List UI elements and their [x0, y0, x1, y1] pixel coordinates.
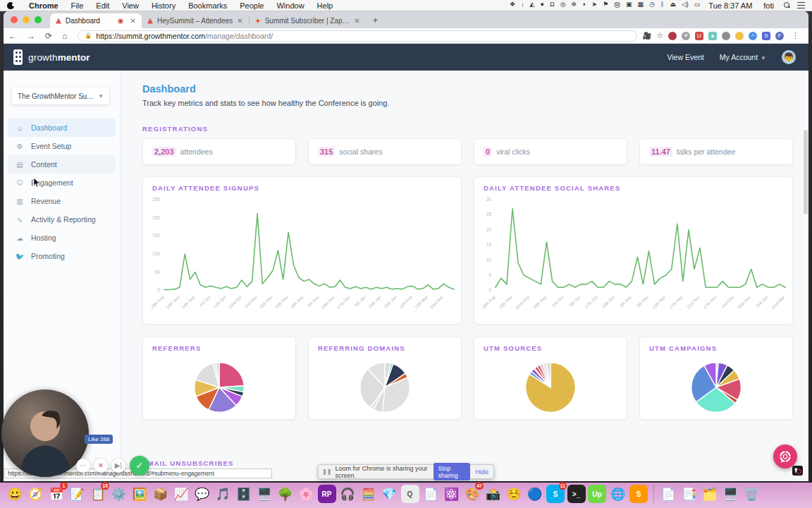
dock-messages[interactable]: 💬 — [193, 485, 211, 503]
forward-button[interactable]: → — [22, 31, 40, 41]
volume-icon[interactable]: ◁) — [679, 1, 691, 10]
recording-finish-button[interactable]: ✓ — [130, 456, 149, 476]
scrollbar-thumb[interactable] — [804, 130, 808, 214]
my-account-menu[interactable]: My Account▼ — [720, 53, 766, 61]
view-event-link[interactable]: View Event — [667, 53, 703, 61]
menu-item-bookmarks[interactable]: Bookmarks — [182, 1, 233, 10]
media-camera-icon[interactable]: 🎥 — [643, 32, 651, 40]
tab-close-button[interactable]: ✕ — [130, 17, 136, 25]
stop-sharing-button[interactable]: Stop sharing — [433, 463, 471, 480]
dock-reminders[interactable]: 📋15 — [89, 485, 107, 503]
close-window-button[interactable] — [11, 16, 18, 23]
dock-activity-monitor[interactable]: 📈 — [172, 485, 190, 503]
sidebar-item-event-setup[interactable]: ⚙Event Setup — [8, 137, 116, 155]
menubar-user[interactable]: foti — [758, 1, 780, 10]
window-controls[interactable] — [11, 16, 42, 23]
address-field[interactable]: 🔒 https://summit.growthmentor.com /manag… — [78, 30, 636, 42]
bookmark-star-icon[interactable]: ☆ — [656, 31, 663, 40]
tab-3[interactable]: Summit Subscriber | Zapier✕ — [250, 13, 366, 28]
avatar[interactable]: 👦 — [782, 50, 796, 64]
window-icon[interactable]: ▣ — [623, 1, 635, 10]
ext-red-circle[interactable] — [668, 32, 677, 40]
dock-sublime-text[interactable]: S — [629, 485, 648, 503]
ext-unsplash[interactable]: U — [695, 32, 703, 40]
dock-system-preferences[interactable]: ⚙️ — [110, 485, 128, 503]
notification-center-icon[interactable] — [797, 2, 805, 8]
event-selector[interactable]: The GrowthMentor Su... ▼ — [12, 87, 109, 104]
menu-item-history[interactable]: History — [145, 1, 182, 10]
menu-item-window[interactable]: Window — [270, 1, 310, 10]
dock-calculator[interactable]: 🧮 — [359, 485, 378, 503]
ext-up-circle[interactable]: ^ — [749, 32, 757, 40]
dock-doc-stack-2[interactable]: 📑 — [680, 485, 699, 503]
sidebar-item-hosting[interactable]: ☁Hosting — [8, 229, 116, 247]
dock-photo-tool[interactable]: 🖼️ — [130, 485, 149, 503]
dock-quicktime[interactable]: Q — [401, 485, 419, 503]
dock-trash[interactable]: 🗑️ — [742, 485, 761, 503]
menubar-clock[interactable]: Tue 8:37 AM — [703, 1, 758, 10]
back-button[interactable]: ← — [4, 31, 22, 41]
menu-item-edit[interactable]: Edit — [90, 1, 116, 10]
sidebar-item-content[interactable]: ▤Content — [8, 155, 116, 174]
dock-science-app[interactable]: ⚛️ — [443, 485, 461, 503]
menu-item-file[interactable]: File — [65, 1, 90, 10]
battery-icon[interactable]: ▭ — [691, 1, 703, 10]
ext-loom[interactable] — [735, 32, 744, 40]
menu-item-view[interactable]: View — [116, 1, 145, 10]
dock-slack[interactable]: 🎨47 — [463, 485, 481, 503]
bluetooth-icon[interactable]: ᛒ — [658, 1, 667, 10]
dock-chrome[interactable]: 🌐 — [609, 485, 627, 503]
dock-sketch[interactable]: 💎 — [380, 485, 398, 503]
profile-avatar[interactable]: F — [775, 32, 784, 40]
dock-smiley-app[interactable]: ☺️ — [505, 485, 523, 503]
dock-mindnode[interactable]: 🌳 — [276, 485, 295, 503]
recording-cancel-button[interactable]: ✕ — [94, 459, 108, 473]
recording-skip-button[interactable]: ▶| — [111, 459, 125, 473]
ext-teal-box[interactable]: ▲ — [708, 32, 717, 40]
paw-icon[interactable]: ✲ — [568, 1, 579, 10]
dropbox-icon[interactable]: ❖ — [507, 1, 518, 10]
zoom-window-button[interactable] — [35, 16, 42, 23]
chrome-menu-icon[interactable]: ⋮ — [789, 31, 803, 40]
menu-item-people[interactable]: People — [233, 1, 270, 10]
airdrop-icon[interactable]: ◭ — [527, 1, 538, 10]
dock-doc-stack-1[interactable]: 📄 — [659, 485, 677, 503]
drag-handle-icon[interactable]: ❚❚ — [322, 468, 331, 475]
timer-icon[interactable]: ◷ — [646, 1, 658, 10]
apple-menu-icon[interactable] — [7, 2, 14, 9]
sidebar-item-engagement[interactable]: 🗨Engagement — [8, 174, 116, 192]
dock-preview[interactable]: 🖥️ — [255, 485, 273, 503]
dock-installer[interactable]: 📦 — [152, 485, 170, 503]
tab-close-button[interactable]: ✕ — [354, 17, 359, 25]
dock-skype[interactable]: S11 — [546, 485, 565, 503]
flag-icon[interactable]: ⚑ — [600, 1, 611, 10]
dock-safari[interactable]: 🧭 — [27, 485, 45, 503]
hide-button[interactable]: Hide — [475, 468, 488, 476]
growthmentor-logo[interactable]: growthmentor — [13, 49, 90, 65]
sidebar-item-activity-reporting[interactable]: ∿Activity & Reporting — [8, 210, 116, 229]
sidebar-item-dashboard[interactable]: ⌂Dashboard — [8, 119, 116, 137]
dock-display-prefs[interactable]: 🖥️ — [722, 485, 740, 503]
dock-photos[interactable]: 🌸 — [297, 485, 315, 503]
dock-screenshot-app[interactable]: 📸 — [484, 485, 503, 503]
dock-teamviewer[interactable]: 🔵 — [526, 485, 544, 503]
dock-notes[interactable]: 📝 — [68, 485, 87, 503]
dock-rp-app[interactable]: RP — [318, 485, 336, 503]
spotlight-icon[interactable] — [784, 2, 790, 8]
scrollbar[interactable] — [803, 130, 808, 481]
dock-terminal[interactable]: >_ — [567, 485, 586, 503]
minimize-window-button[interactable] — [23, 16, 30, 23]
home-button[interactable]: ⌂ — [57, 31, 72, 41]
dock-textedit[interactable]: 📄 — [422, 485, 440, 503]
sidebar-item-revenue[interactable]: ▥Revenue — [8, 192, 116, 210]
new-tab-button[interactable]: + — [366, 15, 386, 28]
dock-itunes[interactable]: 🎵 — [214, 485, 232, 503]
dock-upwork[interactable]: Up — [588, 485, 606, 503]
menu-item-help[interactable]: Help — [311, 1, 340, 10]
dock-downloads-folder[interactable]: 🗂️ — [701, 485, 719, 503]
ext-gray-dot[interactable] — [722, 32, 730, 40]
vpn-icon[interactable]: ◗ — [579, 1, 589, 10]
circle-m-icon[interactable]: Ⓜ — [611, 1, 623, 10]
download-icon[interactable]: ↓ — [518, 1, 527, 10]
record-icon[interactable]: ● — [537, 1, 546, 10]
